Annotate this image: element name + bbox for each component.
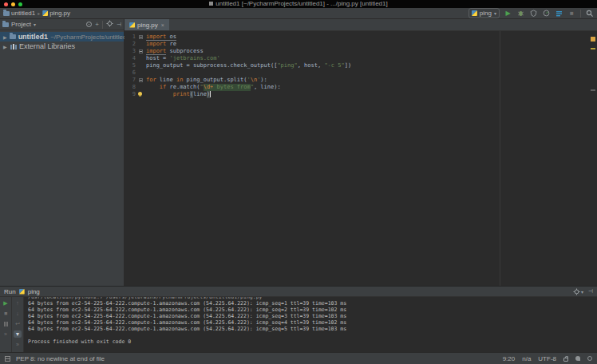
gutter-cell (136, 69, 146, 77)
right-margin-guide (500, 31, 500, 286)
inspection-status-indicator[interactable] (591, 37, 595, 42)
project-tree: ▶ untitled1 ~/PycharmProjects/untitled1 … (0, 30, 124, 51)
run-header-toolbar: ▾ ⊣ (573, 288, 593, 295)
scroll-to-end-button[interactable]: ▼ (14, 330, 22, 338)
search-everywhere-button[interactable] (585, 9, 594, 18)
stop-button[interactable]: ■ (567, 9, 576, 18)
toolbar-overflow-button[interactable]: » (14, 341, 22, 348)
profiler-icon (543, 10, 550, 17)
tree-item-untitled1[interactable]: ▶ untitled1 ~/PycharmProjects/untitled1 (0, 32, 124, 42)
chevron-down-icon: ▾ (581, 289, 583, 295)
code-token: host = (146, 55, 170, 62)
gutter-cell (136, 84, 146, 91)
warning-mark[interactable] (591, 48, 595, 49)
folder-icon (3, 11, 10, 16)
run-button[interactable]: ▶ (504, 9, 512, 18)
hide-panel-button[interactable]: ⊣ (588, 288, 593, 295)
code-line[interactable]: 1import os (125, 34, 597, 41)
run-tab-ping[interactable]: ping (28, 288, 40, 295)
soft-wrap-button[interactable]: ↩ (14, 320, 22, 327)
breadcrumb: untitled1 ▸ ping.py (3, 10, 70, 17)
main-area: Project ▾ + ⊣ ▶ untitled1 ~/PycharmProje… (0, 19, 597, 286)
console-exit-line: Process finished with exit code 0 (28, 338, 597, 345)
code-token: import (146, 34, 166, 41)
code-token (146, 84, 160, 91)
fold-marker-icon[interactable] (139, 78, 143, 82)
profiler-button[interactable] (542, 9, 551, 18)
fold-marker-icon[interactable] (139, 35, 143, 39)
window-title: untitled1 [~/PycharmProjects/untitled1] … (0, 0, 597, 8)
code-token: ): (260, 77, 267, 84)
code-line[interactable]: 9 print(line) (125, 91, 597, 98)
code-token: re.match( (166, 84, 200, 91)
breadcrumb-ping-py[interactable]: ping.py (42, 10, 70, 17)
project-panel-header: Project ▾ + ⊣ (0, 19, 124, 30)
toolbar-overflow-button[interactable]: » (2, 330, 10, 338)
line-separator-widget[interactable]: n/a (522, 355, 531, 362)
line-number: 9 (125, 91, 136, 98)
line-number: 1 (125, 34, 136, 41)
debug-button[interactable] (516, 9, 525, 18)
code-line[interactable]: 8 if re.match("\d+ bytes from", line): (125, 84, 597, 91)
python-file-icon (42, 10, 48, 16)
scroll-from-source-button[interactable]: + (95, 22, 99, 27)
console-toolbar: ↑ ↓ ↩ ▼ » (12, 297, 24, 352)
python-console-button[interactable] (555, 9, 563, 18)
gutter-cell (136, 77, 146, 84)
run-panel-title[interactable]: Run (4, 288, 16, 295)
stop-button[interactable]: ■ (2, 310, 10, 317)
lightbulb-icon[interactable] (138, 92, 142, 96)
libraries-icon (10, 44, 17, 49)
expand-arrow-icon[interactable]: ▶ (3, 44, 8, 49)
gutter-cell (136, 48, 146, 55)
gutter-cell (136, 41, 146, 48)
up-stack-trace-button[interactable]: ↑ (14, 299, 22, 307)
hide-panel-button[interactable]: ⊣ (117, 22, 121, 28)
code-line[interactable]: 3import subprocess (125, 48, 597, 55)
python-icon (19, 289, 25, 295)
run-panel-header: Run ping ▾ ⊣ (0, 287, 597, 297)
run-main-toolbar: ▶ ■ » (0, 297, 12, 352)
code-token (146, 91, 173, 98)
coverage-button[interactable] (529, 9, 538, 18)
chevron-down-icon: ▾ (34, 22, 36, 27)
toolbar-divider (102, 21, 103, 29)
run-configuration-select[interactable]: ping ▾ (469, 8, 500, 18)
locate-button[interactable] (86, 22, 92, 27)
pause-icon (4, 322, 8, 326)
down-stack-trace-button[interactable]: ↓ (14, 310, 22, 317)
tab-ping-py[interactable]: ping.py × (125, 19, 169, 30)
line-number: 6 (125, 69, 136, 77)
info-mark[interactable] (591, 89, 595, 91)
settings-button[interactable]: ▾ (573, 288, 583, 295)
project-panel-toolbar: + ⊣ (86, 20, 121, 29)
line-number: 5 (125, 62, 136, 69)
console-line: 64 bytes from ec2-54-225-64-222.compute-… (28, 319, 597, 326)
hector-inspector-icon[interactable] (575, 356, 580, 361)
tree-item-external-libraries[interactable]: ▶ External Libraries (0, 42, 124, 51)
notifications-icon[interactable] (587, 356, 592, 361)
editor-tab-bar: ping.py × (125, 19, 597, 31)
fold-marker-icon[interactable] (139, 49, 143, 53)
code-line[interactable]: 4host = 'jetbrains.com' (125, 55, 597, 62)
expand-arrow-icon[interactable]: ▶ (3, 34, 7, 40)
breadcrumb-untitled1[interactable]: untitled1 (3, 10, 35, 17)
toolwindow-switcher-icon[interactable] (5, 356, 10, 362)
code-editor[interactable]: 1import os2import re3import subprocess4h… (125, 31, 597, 286)
code-line[interactable]: 2import re (125, 41, 597, 48)
project-panel-title[interactable]: Project (11, 21, 31, 28)
console-line: 64 bytes from ec2-54-225-64-222.compute-… (28, 300, 597, 307)
run-console[interactable]: /usr/local/bin/python2.7 /Users/jetbrain… (24, 297, 597, 352)
rerun-button[interactable]: ▶ (2, 299, 10, 307)
caret-position-widget[interactable]: 9:20 (503, 355, 516, 362)
code-line[interactable]: 6 (125, 69, 597, 77)
encoding-widget[interactable]: UTF-8 (538, 355, 556, 362)
settings-button[interactable] (106, 20, 113, 29)
tree-item-path: ~/PycharmProjects/untitled1 (50, 34, 130, 41)
readonly-lock-icon[interactable] (563, 358, 568, 362)
code-line[interactable]: 7for line in ping_output.split('\n'): (125, 77, 597, 84)
pause-button[interactable] (2, 320, 10, 327)
project-icon (2, 22, 9, 27)
close-icon[interactable]: × (161, 22, 164, 28)
code-line[interactable]: 5ping_output = subprocess.check_output([… (125, 62, 597, 69)
